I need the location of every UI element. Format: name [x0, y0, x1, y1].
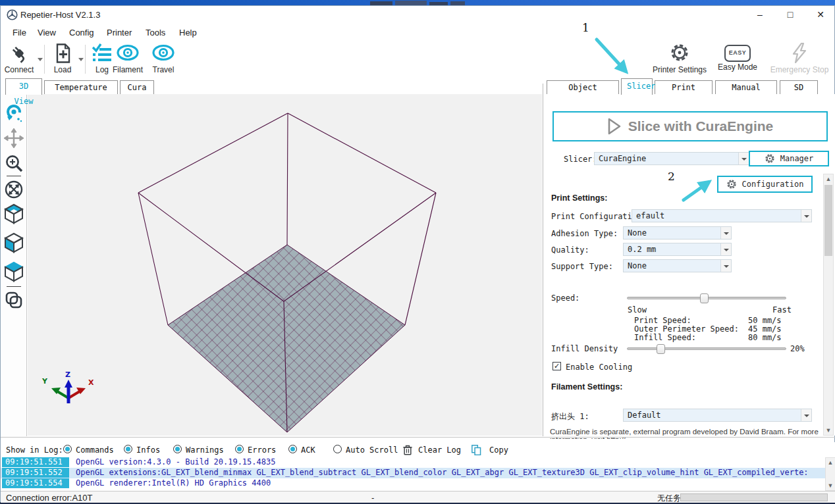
filament-toggle-button[interactable]: Filament	[109, 42, 147, 74]
menu-printer[interactable]: Printer	[103, 26, 136, 39]
ack-toggle[interactable]	[288, 445, 297, 453]
log-timestamp: 09:19:51.554	[2, 478, 69, 488]
cube-iso-icon	[4, 203, 24, 224]
menu-tools[interactable]: Tools	[142, 26, 169, 39]
window-title: Repetier-Host V2.1.3	[20, 10, 100, 20]
tab-cura[interactable]: Cura	[120, 80, 154, 94]
minimize-button[interactable]: –	[750, 6, 770, 23]
tab-manual-control[interactable]: Manual Control	[715, 80, 777, 94]
print-configuration-select[interactable]: efault	[632, 209, 812, 222]
tab-temperature-curve[interactable]: Temperature Curve	[44, 80, 118, 94]
errors-label[interactable]: Errors	[248, 445, 276, 455]
menu-view[interactable]: View	[34, 26, 60, 39]
menu-help[interactable]: Help	[175, 26, 201, 39]
fit-view-button[interactable]	[4, 180, 24, 199]
configuration-button[interactable]: Configuration	[717, 176, 813, 193]
copy-icon[interactable]	[471, 444, 482, 455]
warnings-label[interactable]: Warnings	[186, 445, 224, 455]
easy-mode-button[interactable]: EASY Easy Mode	[717, 42, 758, 72]
menu-config[interactable]: Config	[65, 26, 98, 39]
slice-button-label: Slice with CuraEngine	[628, 118, 774, 134]
ack-label[interactable]: ACK	[301, 445, 315, 455]
isometric-view-button[interactable]	[4, 203, 24, 223]
infill-density-slider-thumb[interactable]	[657, 344, 665, 354]
maximize-button[interactable]: □	[780, 6, 800, 23]
easy-badge-icon: EASY	[724, 45, 751, 62]
scroll-down-icon[interactable]: ▼	[826, 481, 835, 490]
warnings-toggle[interactable]	[173, 445, 182, 453]
load-dropdown-caret[interactable]	[78, 58, 84, 61]
print-speed-value: 50 mm/s	[748, 316, 782, 325]
speed-slider-thumb[interactable]	[700, 293, 709, 303]
scroll-up-icon[interactable]: ▲	[824, 174, 833, 184]
tab-3d-view[interactable]: 3D View	[5, 78, 42, 95]
log-view: 09:19:51.551 OpenGL version:4.3.0 - Buil…	[1, 457, 835, 491]
log-entry[interactable]: 09:19:51.554 OpenGL renderer:Intel(R) HD…	[1, 478, 825, 489]
log-entry[interactable]: 09:19:51.551 OpenGL version:4.3.0 - Buil…	[1, 457, 825, 468]
close-button[interactable]: ✕	[811, 6, 830, 23]
3d-viewport[interactable]: Y X Z	[28, 94, 542, 436]
front-view-button[interactable]	[4, 232, 24, 252]
tab-slicer[interactable]: Slicer	[621, 78, 653, 95]
clear-log-button[interactable]: Clear Log	[418, 445, 461, 455]
status-center: -	[371, 493, 374, 503]
infos-toggle[interactable]	[124, 445, 132, 453]
menu-file[interactable]: File	[9, 26, 30, 39]
tab-sd-card[interactable]: SD Card	[780, 80, 818, 94]
travel-toggle-button[interactable]: Travel	[147, 42, 180, 74]
slicer-select[interactable]: CuraEngine	[594, 152, 749, 165]
enable-cooling-checkbox[interactable]: ✓	[552, 362, 561, 370]
auto-scroll-toggle[interactable]	[333, 445, 342, 453]
chevron-down-icon[interactable]	[801, 409, 811, 421]
filament-label: Filament	[109, 65, 147, 74]
tab-print-preview[interactable]: Print Preview	[655, 80, 713, 94]
log-toolbar: Show in Log: Commands Infos Warnings Err…	[1, 442, 835, 457]
scroll-up-icon[interactable]: ▲	[826, 458, 835, 467]
log-scrollbar[interactable]: ▲ ▼	[825, 457, 835, 491]
infill-density-slider[interactable]	[627, 347, 786, 350]
commands-toggle[interactable]	[63, 445, 72, 453]
manager-button[interactable]: Manager	[749, 151, 829, 166]
printer-settings-label: Printer Settings	[648, 65, 711, 74]
extruder-1-label: 挤出头 1:	[551, 411, 589, 422]
chevron-down-icon[interactable]	[720, 227, 731, 239]
log-entry-selected[interactable]: 09:19:51.552 OpenGL extensions:GL_EXT_bl…	[1, 468, 825, 478]
chevron-down-icon[interactable]	[738, 153, 749, 164]
slicer-label: Slicer:	[564, 155, 597, 164]
slicer-panel-scrollbar[interactable]: ▲ ▼	[823, 174, 834, 436]
trash-icon[interactable]	[402, 444, 413, 455]
title-bar[interactable]: Repetier-Host V2.1.3 – □ ✕	[1, 6, 834, 24]
connect-dropdown-caret[interactable]	[38, 58, 43, 61]
commands-label[interactable]: Commands	[76, 445, 114, 455]
chevron-down-icon[interactable]	[720, 243, 731, 255]
auto-scroll-label[interactable]: Auto Scroll	[346, 445, 398, 455]
copy-button[interactable]: Copy	[489, 445, 508, 455]
log-timestamp: 09:19:51.551	[2, 457, 69, 467]
connect-button[interactable]: Connect	[2, 42, 36, 74]
scrollbar-thumb[interactable]	[824, 185, 832, 256]
zoom-view-button[interactable]	[4, 153, 24, 173]
errors-toggle[interactable]	[235, 445, 244, 453]
show-objects-button[interactable]	[4, 290, 24, 310]
support-type-select[interactable]: None	[623, 259, 732, 272]
extruder-1-select[interactable]: Default	[623, 409, 812, 422]
print-configuration-value: efault	[632, 210, 801, 222]
load-button[interactable]: Load	[48, 42, 77, 74]
top-view-button[interactable]	[4, 261, 24, 281]
slice-button[interactable]: Slice with CuraEngine	[552, 111, 828, 141]
scroll-down-icon[interactable]: ▼	[824, 426, 833, 435]
infos-label[interactable]: Infos	[136, 445, 160, 455]
chevron-down-icon[interactable]	[801, 210, 811, 222]
tab-object-placement[interactable]: Object Placement	[547, 80, 619, 94]
chevron-down-icon[interactable]	[720, 260, 731, 272]
emergency-stop-button[interactable]: Emergency Stop	[765, 42, 834, 74]
quality-select[interactable]: 0.2 mm	[623, 243, 732, 256]
move-view-button[interactable]	[4, 128, 24, 148]
speed-fast-label: Fast	[772, 305, 792, 315]
gear-icon	[726, 179, 737, 189]
connect-label: Connect	[2, 65, 36, 74]
adhesion-type-select[interactable]: None	[623, 226, 732, 239]
printer-settings-button[interactable]: Printer Settings	[648, 42, 711, 74]
svg-text:X: X	[88, 378, 94, 387]
load-file-icon	[51, 42, 74, 64]
